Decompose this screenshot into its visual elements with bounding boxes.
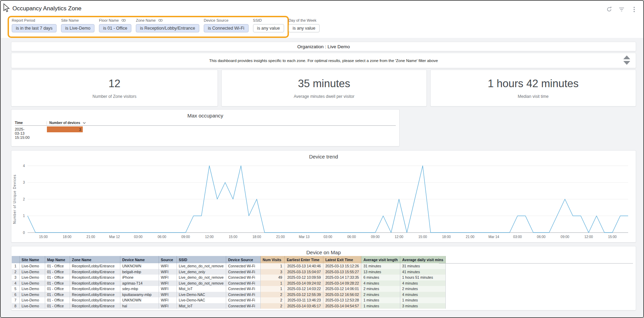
filter-chip-zone-name[interactable]: is Reception/Lobby/Entrance xyxy=(136,24,199,32)
more-menu-icon[interactable] xyxy=(631,6,637,12)
table-cell: kputtaswamy-mbp xyxy=(120,292,159,298)
table-cell: Reception/Lobby/Entrance xyxy=(70,292,120,298)
row-index-header[interactable] xyxy=(12,256,19,263)
stat-label: Median visit time xyxy=(518,94,549,99)
time-cell: 2025-03-13 15:15:00 xyxy=(15,127,30,140)
x-tick-label: 06:00 xyxy=(158,235,166,239)
table-cell: WIFI xyxy=(159,275,177,280)
table-cell: 2025-03-12 12:55:39 xyxy=(284,292,323,298)
table-cell: Live-Demo xyxy=(19,263,45,269)
column-header-source[interactable]: Source xyxy=(159,256,177,263)
filter-label: Report Period xyxy=(12,18,57,22)
x-tick-label: 18:00 xyxy=(252,235,261,239)
header-row: Site NameMap NameZone NameDevice NameSou… xyxy=(12,256,445,263)
y-tick-label: 0 xyxy=(23,231,25,235)
filter-chip-report-period[interactable]: is in the last 7 days xyxy=(12,24,57,32)
row-index-cell: 2 xyxy=(12,269,19,275)
filter-label: Site Name xyxy=(61,18,94,22)
column-header-average-visit-length[interactable]: Average visit length xyxy=(361,256,400,263)
info-banner: This dashboard provides insights specifi… xyxy=(11,53,636,68)
column-header-num-visits[interactable]: Num Visits xyxy=(260,256,284,263)
table-cell: 2025-03-12 16:56:02 xyxy=(323,292,361,298)
filter-zone-name: Zone Nameis Reception/Lobby/Entrance xyxy=(136,18,199,32)
table-cell: 1 xyxy=(260,286,284,292)
column-header-map-name[interactable]: Map Name xyxy=(45,256,70,263)
row-index-cell: 6 xyxy=(12,292,19,298)
table-cell: Connected Wi-Fi xyxy=(226,297,260,303)
column-header-zone-name[interactable]: Zone Name xyxy=(70,256,120,263)
table-cell: 1 xyxy=(260,280,284,286)
column-header-average-daily-visit-mins[interactable]: Average daily visit mins xyxy=(400,256,445,263)
organization-bar: Organization : Live Demo xyxy=(11,42,636,51)
y-tick-label: 2 xyxy=(23,197,25,201)
table-cell: WIFI xyxy=(159,303,177,309)
refresh-icon[interactable] xyxy=(606,6,612,12)
table-cell: Connected Wi-Fi xyxy=(226,263,260,269)
table-cell: 2025-03-13 15:55:27 xyxy=(323,269,361,275)
stat-value: 1 hours 42 minutes xyxy=(488,78,579,90)
stat-value: 35 minutes xyxy=(298,78,350,90)
filter-chip-floor-name[interactable]: is 01 - Office xyxy=(99,24,131,32)
table-head: Site NameMap NameZone NameDevice NameSou… xyxy=(12,256,445,263)
column-header-latest-exit-time[interactable]: Latest Exit Time xyxy=(323,256,361,263)
sort-chevron-icon xyxy=(83,122,86,124)
filter-ssid: SSIDis any value xyxy=(253,18,284,32)
table-body: 1Live-Demo01 - OfficeReception/Lobby/Ent… xyxy=(12,263,445,309)
filter-chip-site-name[interactable]: is Live-Demo xyxy=(61,24,94,32)
device-trend-chart: 0123415:0018:0021:00Mar 1203:0006:0009:0… xyxy=(12,160,636,242)
x-tick-label: 09:00 xyxy=(181,235,190,239)
panel-title: Device on Map xyxy=(11,246,636,255)
dashboard-window: Occupancy Analytics Zone Report Periodis xyxy=(0,0,644,318)
table-cell: WIFI xyxy=(159,292,177,298)
table-cell: 2025-03-14 09:24:02 xyxy=(284,280,323,286)
device-trend-panel: Device trend 0123415:0018:0021:00Mar 120… xyxy=(11,150,636,243)
table-cell: Connected Wi-Fi xyxy=(226,269,260,275)
column-header-ssid[interactable]: SSID xyxy=(177,256,226,263)
column-header-site-name[interactable]: Site Name xyxy=(19,256,45,263)
table-cell: Live-Demo xyxy=(19,280,45,286)
table-cell: belgalt-mbp xyxy=(120,269,159,275)
table-cell: 4 minutes xyxy=(361,280,400,286)
table-cell: WIFI xyxy=(159,297,177,303)
table-cell: 2025-03-13 12:53:28 xyxy=(323,297,361,303)
filter-chip-day-of-the-week[interactable]: is any value xyxy=(289,24,320,32)
scroll-up-icon[interactable] xyxy=(623,55,630,59)
info-banner-text: This dashboard provides insights specifi… xyxy=(11,53,636,68)
filter-floor-name: Floor Nameis 01 - Office xyxy=(99,18,131,32)
table-cell: 01 - Office xyxy=(45,286,70,292)
table-cell: 01 - Office xyxy=(45,263,70,269)
table-row: 4Live-Demo01 - OfficeReception/Lobby/Ent… xyxy=(12,280,445,286)
x-tick-label: 12:00 xyxy=(205,235,214,239)
header-rule-extension xyxy=(439,263,633,264)
filter-device-source: Device Sourceis Connected Wi-Fi xyxy=(204,18,249,32)
page-title: Occupancy Analytics Zone xyxy=(12,5,81,12)
table-cell: 2 xyxy=(260,292,284,298)
panel-title: Max occupancy xyxy=(11,110,399,119)
table-cell: Live_demo_do_not_remove xyxy=(177,263,226,269)
filter-chip-ssid[interactable]: is any value xyxy=(253,24,284,32)
table-cell: 2 minutes xyxy=(361,292,400,298)
x-tick-label: 15:00 xyxy=(229,235,237,239)
table-row: 8Live-Demo01 - OfficeReception/Lobby/Ent… xyxy=(12,303,445,309)
stat-label: Number of Zone visitors xyxy=(92,94,136,99)
table-cell: 2025-03-14 04:54:57 xyxy=(323,303,361,309)
row-index-cell: 1 xyxy=(12,263,19,269)
table-cell: 4 minutes xyxy=(400,280,445,286)
filter-chip-device-source[interactable]: is Connected Wi-Fi xyxy=(204,24,249,32)
column-header-device-name[interactable]: Device Name xyxy=(120,256,159,263)
table-cell: WIFI xyxy=(159,280,177,286)
column-header-earliest-enter-time[interactable]: Earliest Enter Time xyxy=(284,256,323,263)
table-cell: Mist_IoT xyxy=(177,303,226,309)
column-header-devices[interactable]: Number of devices xyxy=(49,121,86,125)
filter-columns-icon[interactable] xyxy=(618,6,625,12)
stat-average-dwell: 35 minutes Average minutes dwell per vis… xyxy=(221,70,427,106)
table-cell: 13 minutes xyxy=(361,269,400,275)
table-cell: 4 minutes xyxy=(400,292,445,298)
table-cell: WIFI xyxy=(159,286,177,292)
column-header-device-source[interactable]: Device Source xyxy=(226,256,260,263)
devices-bar: 3 xyxy=(47,126,83,132)
table-row: 2Live-Demo01 - OfficeReception/Lobby/Ent… xyxy=(12,269,445,275)
scroll-down-icon[interactable] xyxy=(623,61,630,65)
column-header-time[interactable]: Time xyxy=(15,121,23,125)
table-cell: UNKNOWN xyxy=(120,263,159,269)
